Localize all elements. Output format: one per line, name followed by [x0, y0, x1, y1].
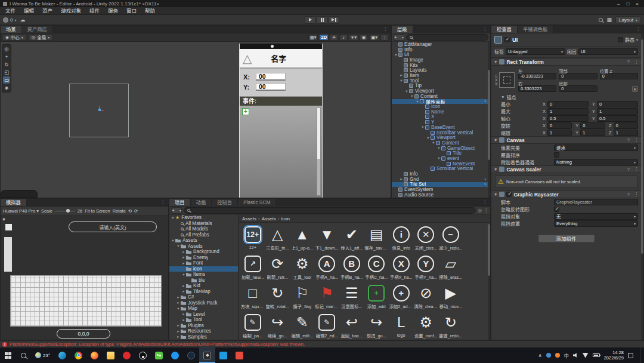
- asset-item-25[interactable]: ⊘清除_clear...: [414, 282, 439, 312]
- help-icon[interactable]: ?: [627, 167, 630, 172]
- add-event-button[interactable]: +: [242, 108, 249, 115]
- expand-arrow-icon[interactable]: ▾: [410, 94, 414, 99]
- project-folder-1[interactable]: All Materials: [169, 221, 238, 227]
- expand-arrow-icon[interactable]: ▸: [181, 255, 186, 260]
- notification-center-icon[interactable]: [628, 353, 633, 358]
- rect-tool[interactable]: ▭: [3, 76, 10, 84]
- panel-menu-icon[interactable]: ⋮: [380, 26, 391, 33]
- move-gizmo[interactable]: [96, 106, 104, 114]
- tool-swatch[interactable]: [5, 224, 12, 230]
- tab-hierarchy[interactable]: 层级: [392, 26, 413, 33]
- scale-slider[interactable]: [55, 211, 75, 211]
- hierarchy-item-14[interactable]: X: [392, 115, 488, 120]
- hierarchy-item-15[interactable]: Y: [392, 119, 488, 125]
- tab-tile-palette[interactable]: 平铺调色板: [518, 26, 554, 33]
- play-button[interactable]: [305, 16, 315, 24]
- project-folder-5[interactable]: ▾Assets: [169, 244, 238, 250]
- scale-x-field[interactable]: 1: [547, 130, 572, 136]
- scale-tool[interactable]: ◰: [3, 69, 10, 76]
- simulated-device-screen[interactable]: ▼ 请输入(英文) 0,0,0: [1, 216, 168, 340]
- scale-y-field[interactable]: 1: [580, 130, 605, 136]
- expand-arrow-icon[interactable]: ▸: [176, 323, 181, 328]
- assets-scrollbar[interactable]: [488, 224, 490, 340]
- menubar-item-3[interactable]: 游戏对象: [57, 7, 85, 15]
- component-menu-icon[interactable]: ⋮: [634, 137, 639, 143]
- expand-arrow-icon[interactable]: ▾: [399, 78, 404, 83]
- project-folder-8[interactable]: ▸Font: [169, 260, 238, 266]
- hierarchy-search-input[interactable]: [406, 34, 488, 41]
- hierarchy-item-20[interactable]: ▾GameObject: [392, 146, 488, 151]
- menubar-item-1[interactable]: 编辑: [20, 7, 38, 15]
- expand-arrow-icon[interactable]: ▸: [399, 73, 404, 78]
- asset-item-19[interactable]: ↻旋转_rotat...: [265, 282, 290, 312]
- taskbar-app-firefox[interactable]: [86, 347, 103, 363]
- asset-item-22[interactable]: ☰汉堡图标...: [339, 282, 364, 312]
- canvas-header[interactable]: ▼ Canvas ? ⋮: [491, 136, 641, 144]
- maximize-button[interactable]: □: [626, 1, 629, 7]
- y-value-field[interactable]: 00: [256, 83, 286, 91]
- view-tool[interactable]: ◎: [3, 45, 10, 53]
- close-button[interactable]: ×: [636, 1, 639, 7]
- pixel-perfect-dropdown[interactable]: 继承▾: [554, 144, 638, 151]
- rotate-cw-button[interactable]: ⟳: [134, 208, 138, 214]
- tab-project[interactable]: 项目: [169, 199, 191, 206]
- hierarchy-item-16[interactable]: ▾BaseEvent: [392, 125, 488, 130]
- expand-arrow-icon[interactable]: ▾: [176, 244, 181, 248]
- hidden-packages-icon[interactable]: ◎: [478, 208, 482, 213]
- game-text-input[interactable]: 请输入(英文): [69, 222, 157, 232]
- asset-item-5[interactable]: ▤保存_save...: [364, 224, 389, 253]
- expand-arrow-icon[interactable]: ▾: [415, 99, 420, 104]
- hierarchy-item-3[interactable]: Image: [392, 57, 488, 63]
- device-dropdown[interactable]: Huawei P40 Pro ▾: [3, 208, 39, 214]
- expand-arrow-icon[interactable]: ▸: [181, 289, 186, 294]
- hierarchy-item-19[interactable]: ▾Content: [392, 140, 488, 146]
- scrollbar-thumb[interactable]: [641, 39, 643, 254]
- volume-icon[interactable]: [573, 353, 578, 358]
- fit-to-screen-button[interactable]: Fit to Screen: [85, 208, 110, 214]
- hierarchy-scrollbar[interactable]: [488, 42, 490, 198]
- scene-menu-icon[interactable]: ⋮: [380, 34, 389, 41]
- clock[interactable]: 14:28 2022/8/29: [604, 350, 624, 361]
- expand-arrow-icon[interactable]: ▸: [176, 295, 181, 300]
- asset-item-29[interactable]: ✎编辑_edit...: [290, 312, 315, 340]
- menubar-item-7[interactable]: 帮助: [141, 7, 159, 15]
- hierarchy-item-21[interactable]: Title: [392, 150, 488, 156]
- hierarchy-item-0[interactable]: EditManager: [392, 42, 488, 47]
- asset-item-10[interactable]: ⟳刷新_refr...: [265, 253, 290, 282]
- anchors-foldout[interactable]: ▼锚点: [491, 93, 641, 100]
- breadcrumb-item-2[interactable]: icon: [281, 216, 290, 222]
- help-icon[interactable]: ?: [627, 192, 630, 197]
- hierarchy-item-22[interactable]: ▾event: [392, 156, 488, 161]
- handle-position-dropdown[interactable]: ◈ 中心 ▾: [2, 34, 26, 41]
- rotate-tool[interactable]: ↻: [3, 61, 10, 68]
- toggle-2d-button[interactable]: 2D: [319, 34, 329, 41]
- handle-rotation-dropdown[interactable]: ◎ 全局 ▾: [29, 34, 53, 41]
- project-folder-14[interactable]: ▸C#: [169, 294, 238, 300]
- hierarchy-item-2[interactable]: ▾UI: [392, 52, 488, 57]
- hierarchy-item-4[interactable]: Kits: [392, 63, 488, 68]
- blocking-mask-dropdown[interactable]: Everything▾: [554, 220, 638, 227]
- chevron-down-icon[interactable]: ▾: [636, 38, 638, 42]
- create-asset-button[interactable]: +▾: [171, 207, 182, 214]
- static-checkbox[interactable]: [618, 37, 623, 42]
- rotate-ccw-button[interactable]: ⟲: [128, 208, 132, 214]
- active-checkbox[interactable]: [504, 37, 510, 42]
- project-folder-11[interactable]: tile: [169, 278, 238, 284]
- expand-arrow-icon[interactable]: ▸: [176, 334, 181, 339]
- taskbar-app-netease-music[interactable]: [119, 347, 135, 363]
- hierarchy-item-28[interactable]: EventSystem: [392, 187, 488, 192]
- expand-arrow-icon[interactable]: ▾: [176, 306, 181, 311]
- project-folder-20[interactable]: ▸Resources: [169, 328, 238, 334]
- rotation-x-field[interactable]: 0: [547, 122, 572, 129]
- asset-item-8[interactable]: −减少_redu...: [438, 224, 463, 253]
- expand-arrow-icon[interactable]: ▸: [181, 250, 186, 254]
- asset-item-31[interactable]: ↩返回_bac...: [339, 312, 364, 340]
- raw-edit-button[interactable]: R: [632, 86, 638, 92]
- expand-arrow-icon[interactable]: ▾: [436, 146, 441, 150]
- scrollbar-thumb[interactable]: [317, 108, 320, 159]
- pause-button[interactable]: [317, 16, 327, 24]
- project-folder-4[interactable]: ▾Assets: [169, 238, 238, 244]
- taskbar-app-file-explorer[interactable]: [103, 347, 119, 363]
- taskbar-app-vscode[interactable]: [215, 347, 231, 363]
- taskbar-app-dingtalk[interactable]: [167, 347, 183, 363]
